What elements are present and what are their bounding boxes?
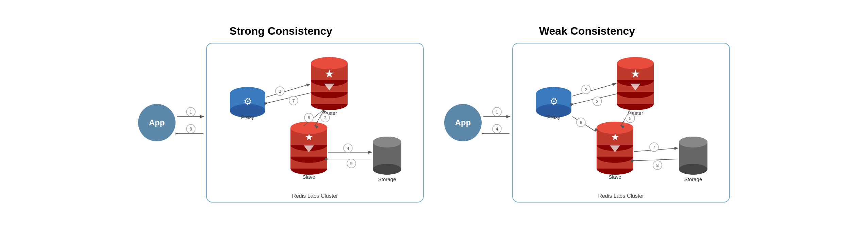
strong-cluster-box: ⚙ Proxy ★ bbox=[206, 43, 424, 203]
svg-point-95 bbox=[679, 164, 707, 175]
svg-text:6: 6 bbox=[580, 120, 582, 125]
weak-app-circle: App bbox=[444, 104, 482, 141]
strong-title: Strong Consistency bbox=[230, 25, 332, 37]
svg-text:Proxy: Proxy bbox=[547, 114, 561, 120]
svg-point-37 bbox=[373, 164, 401, 175]
svg-text:★: ★ bbox=[305, 132, 313, 142]
svg-text:5: 5 bbox=[350, 161, 352, 166]
svg-text:1: 1 bbox=[496, 109, 498, 115]
svg-text:2: 2 bbox=[585, 87, 587, 92]
svg-line-113 bbox=[634, 159, 678, 161]
svg-text:5: 5 bbox=[629, 116, 631, 121]
strong-consistency-section: Strong Consistency App 1 8 bbox=[138, 25, 424, 203]
weak-app-arrow: 1 4 bbox=[482, 102, 512, 143]
weak-consistency-section: Weak Consistency App 1 bbox=[444, 25, 730, 203]
svg-text:8: 8 bbox=[656, 163, 658, 168]
svg-text:Proxy: Proxy bbox=[241, 114, 254, 120]
main-container: Strong Consistency App 1 8 bbox=[0, 0, 868, 227]
svg-text:★: ★ bbox=[611, 132, 619, 142]
strong-diagram-wrapper: App 1 8 bbox=[138, 43, 424, 203]
strong-cluster-label: Redis Labs Cluster bbox=[292, 193, 338, 199]
svg-text:7: 7 bbox=[292, 98, 295, 103]
svg-line-40 bbox=[266, 84, 310, 97]
svg-line-98 bbox=[572, 84, 616, 96]
svg-text:Slave: Slave bbox=[608, 174, 621, 180]
svg-text:Storage: Storage bbox=[378, 176, 396, 182]
svg-point-38 bbox=[373, 137, 401, 147]
svg-text:★: ★ bbox=[324, 68, 334, 80]
svg-text:⚙: ⚙ bbox=[550, 96, 558, 107]
strong-app-arrow: 1 8 bbox=[176, 102, 206, 143]
strong-cluster-svg: ⚙ Proxy ★ bbox=[207, 43, 424, 200]
svg-text:7: 7 bbox=[653, 145, 655, 150]
weak-cluster-svg: ⚙ Proxy ★ Master bbox=[513, 43, 731, 200]
weak-title: Weak Consistency bbox=[539, 25, 635, 37]
svg-text:8: 8 bbox=[189, 126, 192, 132]
weak-cluster-box: ⚙ Proxy ★ Master bbox=[512, 43, 730, 203]
svg-text:2: 2 bbox=[279, 89, 281, 94]
weak-diagram-wrapper: App 1 4 bbox=[444, 43, 730, 203]
svg-text:4: 4 bbox=[496, 126, 498, 132]
svg-text:⚙: ⚙ bbox=[244, 96, 252, 107]
svg-text:Storage: Storage bbox=[684, 176, 702, 182]
svg-text:Slave: Slave bbox=[302, 174, 315, 180]
strong-app-circle: App bbox=[138, 104, 176, 141]
weak-app-label: App bbox=[455, 118, 471, 127]
strong-app-label: App bbox=[149, 118, 165, 127]
svg-text:1: 1 bbox=[189, 109, 192, 115]
svg-text:6: 6 bbox=[307, 115, 310, 120]
svg-text:4: 4 bbox=[347, 146, 349, 151]
svg-text:3: 3 bbox=[596, 99, 598, 104]
svg-text:3: 3 bbox=[324, 115, 326, 120]
svg-text:★: ★ bbox=[631, 68, 640, 80]
svg-point-96 bbox=[679, 137, 707, 147]
weak-cluster-label: Redis Labs Cluster bbox=[598, 193, 644, 199]
